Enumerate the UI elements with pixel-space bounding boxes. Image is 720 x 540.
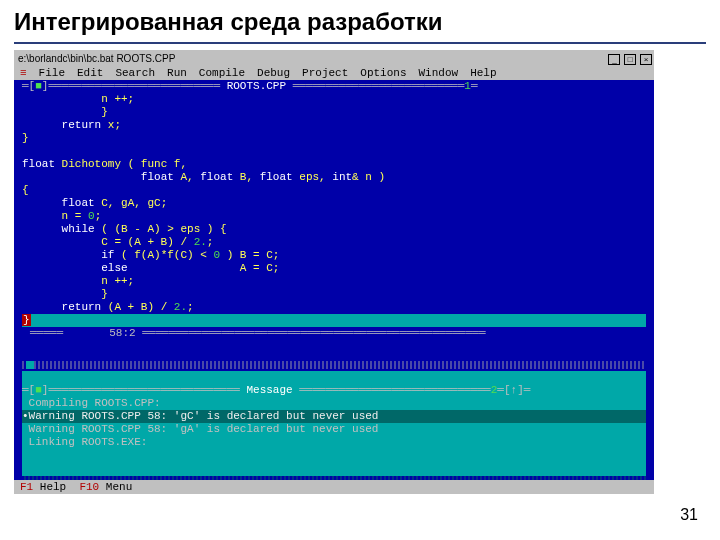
ide-window: e:\borlandc\bin\bc.bat ROOTS.CPP _ □ × ≡… bbox=[14, 50, 654, 494]
code-line: { bbox=[22, 184, 29, 196]
window-path: e:\borlandc\bin\bc.bat ROOTS.CPP bbox=[16, 52, 175, 65]
editor-code[interactable]: n ++; } return x; } float Dichotomy ( fu… bbox=[22, 93, 646, 327]
minimize-button[interactable]: _ bbox=[608, 54, 620, 65]
editor-frame-top: ═[■]══════════════════════════ ROOTS.CPP… bbox=[22, 80, 646, 93]
message-title: Message bbox=[246, 384, 292, 396]
menu-help[interactable]: Help bbox=[470, 67, 496, 80]
message-panel: ═[■]═════════════════════════════ Messag… bbox=[22, 371, 646, 476]
menu-edit[interactable]: Edit bbox=[77, 67, 103, 80]
message-line: Linking ROOTS.EXE: bbox=[22, 436, 147, 448]
menu-bar[interactable]: ≡ File Edit Search Run Compile Debug Pro… bbox=[14, 66, 654, 80]
message-frame-top: ═[■]═════════════════════════════ Messag… bbox=[22, 384, 646, 397]
title-divider bbox=[14, 42, 706, 44]
editor-window-number: 1 bbox=[464, 80, 471, 92]
maximize-button[interactable]: □ bbox=[624, 54, 636, 65]
menu-options[interactable]: Options bbox=[360, 67, 406, 80]
menu-system[interactable]: ≡ bbox=[20, 67, 27, 80]
code-line: n ++; bbox=[22, 275, 134, 287]
scrollbar-thumb[interactable] bbox=[26, 361, 34, 369]
code-line: } bbox=[22, 132, 29, 144]
status-bar: F1 Help F10 Menu bbox=[14, 480, 654, 494]
message-line: Warning ROOTS.CPP 58: 'gA' is declared b… bbox=[22, 423, 378, 435]
editor-panel: ═[■]══════════════════════════ ROOTS.CPP… bbox=[14, 80, 654, 360]
menu-search[interactable]: Search bbox=[115, 67, 155, 80]
menu-compile[interactable]: Compile bbox=[199, 67, 245, 80]
slide-page-number: 31 bbox=[680, 506, 698, 524]
close-button[interactable]: × bbox=[640, 54, 652, 65]
menu-file[interactable]: File bbox=[39, 67, 65, 80]
status-f1-key[interactable]: F1 bbox=[20, 481, 33, 493]
editor-hscrollbar[interactable] bbox=[22, 361, 646, 369]
window-titlebar[interactable]: e:\borlandc\bin\bc.bat ROOTS.CPP _ □ × bbox=[14, 50, 654, 66]
status-f10-label: Menu bbox=[99, 481, 132, 493]
menu-debug[interactable]: Debug bbox=[257, 67, 290, 80]
code-line: n ++; bbox=[22, 93, 134, 105]
menu-project[interactable]: Project bbox=[302, 67, 348, 80]
code-line: } bbox=[22, 106, 108, 118]
message-line: Compiling ROOTS.CPP: bbox=[22, 397, 161, 409]
menu-window[interactable]: Window bbox=[419, 67, 459, 80]
code-line: } bbox=[22, 288, 108, 300]
slide-title: Интегрированная среда разработки bbox=[0, 0, 720, 40]
status-f10-key[interactable]: F10 bbox=[79, 481, 99, 493]
window-controls: _ □ × bbox=[607, 52, 652, 65]
message-window-number: 2 bbox=[491, 384, 498, 396]
editor-filename: ROOTS.CPP bbox=[227, 80, 286, 92]
message-line-selected[interactable]: •Warning ROOTS.CPP 58: 'gC' is declared … bbox=[22, 410, 646, 423]
menu-run[interactable]: Run bbox=[167, 67, 187, 80]
status-f1-label: Help bbox=[33, 481, 79, 493]
editor-cursor-pos: ═════ 58:2 ═════════════════════════════… bbox=[22, 327, 646, 340]
editor-highlighted-line: } bbox=[22, 314, 646, 327]
